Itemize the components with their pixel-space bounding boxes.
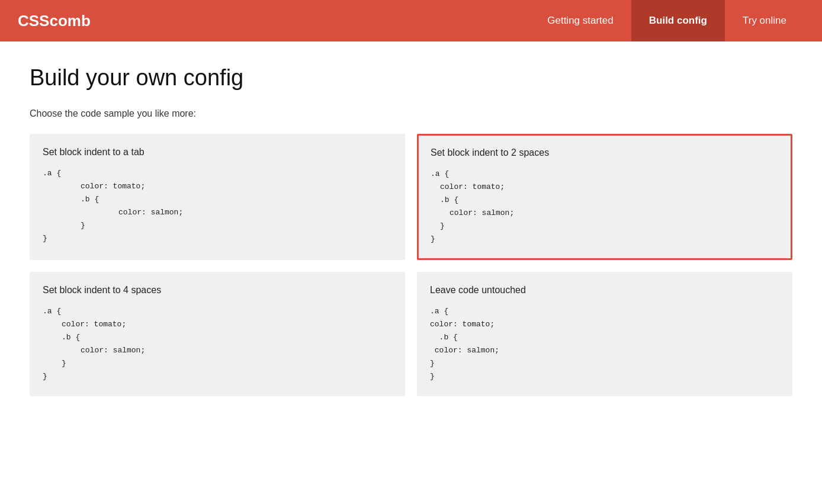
option-2spaces-title: Set block indent to 2 spaces: [431, 147, 779, 158]
subtitle: Choose the code sample you like more:: [30, 108, 792, 119]
page-title: Build your own config: [30, 65, 792, 91]
option-4spaces-code: .a { color: tomato; .b { color: salmon; …: [43, 305, 392, 384]
option-untouched-title: Leave code untouched: [430, 285, 779, 296]
site-header: CSScomb Getting started Build config Try…: [0, 0, 822, 41]
option-tab-code: .a { color: tomato; .b { color: salmon; …: [43, 167, 392, 246]
options-grid: Set block indent to a tab .a { color: to…: [30, 134, 792, 396]
option-tab[interactable]: Set block indent to a tab .a { color: to…: [30, 134, 405, 260]
option-tab-title: Set block indent to a tab: [43, 147, 392, 158]
option-4spaces-title: Set block indent to 4 spaces: [43, 285, 392, 296]
nav-getting-started[interactable]: Getting started: [529, 0, 631, 41]
nav-build-config[interactable]: Build config: [631, 0, 725, 41]
main-content: Build your own config Choose the code sa…: [0, 41, 822, 420]
option-untouched-code: .a { color: tomato; .b { color: salmon; …: [430, 305, 779, 384]
site-logo: CSScomb: [18, 12, 529, 30]
option-4spaces[interactable]: Set block indent to 4 spaces .a { color:…: [30, 272, 405, 397]
option-untouched[interactable]: Leave code untouched .a { color: tomato;…: [417, 272, 792, 397]
option-2spaces-code: .a { color: tomato; .b { color: salmon; …: [431, 168, 779, 246]
main-nav: Getting started Build config Try online: [529, 0, 804, 41]
nav-try-online[interactable]: Try online: [725, 0, 804, 41]
option-2spaces[interactable]: Set block indent to 2 spaces .a { color:…: [417, 134, 792, 260]
